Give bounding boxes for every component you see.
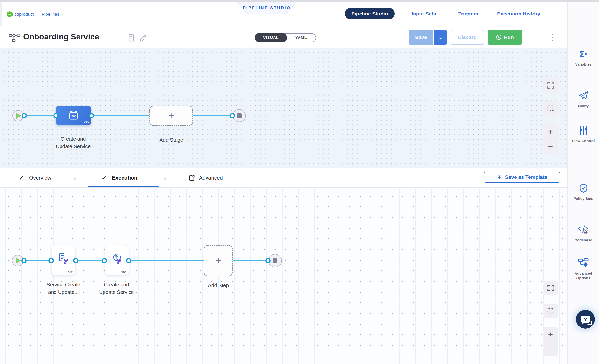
step2-in-port[interactable]	[102, 258, 107, 263]
run-button[interactable]: Run	[488, 30, 522, 45]
check-icon: ✓	[19, 174, 24, 181]
chevron-right-icon: ›	[61, 11, 63, 17]
end-node-in-port[interactable]	[230, 113, 235, 118]
step2-label-line1: Create and	[80, 281, 153, 288]
zoom-out-button[interactable]: −	[548, 142, 553, 151]
play-icon	[16, 258, 21, 264]
tab-advanced[interactable]: Advanced	[199, 175, 223, 181]
description-doc-icon[interactable]	[128, 34, 135, 42]
stage-label-line1: Create and	[37, 135, 109, 143]
tab-input-sets[interactable]: Input Sets	[412, 8, 436, 19]
tab-pipeline-studio[interactable]: Pipeline Studio	[345, 8, 395, 19]
stage-canvas[interactable]: </> </> + Create and Update Service Add …	[0, 48, 567, 168]
plus-icon: +	[215, 256, 221, 266]
zoom-out-button[interactable]: −	[548, 345, 553, 353]
toggle-yaml[interactable]: YAML	[286, 34, 316, 42]
step2-label: Create and Update Service	[80, 281, 153, 296]
pipeline-studio-banner-label: PIPELINE STUDIO	[238, 2, 296, 14]
end-node-in-port[interactable]	[265, 258, 271, 263]
sidebar-label: Advanced Options	[571, 271, 596, 280]
sidebar-item-advanced-options[interactable]: Advanced Options	[568, 258, 599, 280]
zoom-in-button[interactable]: +	[548, 128, 553, 136]
window-top-strip	[0, 0, 599, 2]
discard-button[interactable]: Discard	[450, 30, 484, 45]
stage-config-tabbar: ✓ Overview › ✓ Execution › Advanced Save…	[0, 168, 567, 188]
toggle-visual[interactable]: VISUAL	[255, 33, 287, 42]
sidebar-label: Policy Sets	[571, 196, 596, 201]
tab-execution-history[interactable]: Execution History	[497, 8, 540, 19]
edit-pencil-icon[interactable]	[139, 34, 147, 42]
fullscreen-button[interactable]	[543, 78, 558, 93]
add-stage-button[interactable]: +	[150, 106, 193, 126]
fullscreen-icon	[547, 82, 555, 89]
tab-overview[interactable]: Overview	[29, 175, 51, 181]
step-node-service-create-update[interactable]: </>	[51, 245, 76, 275]
chevron-right-icon: ›	[37, 11, 39, 17]
flow-control-sliders-icon	[568, 125, 599, 136]
multi-select-button[interactable]	[543, 101, 558, 116]
play-icon	[17, 113, 21, 119]
chevron-right-icon: ›	[74, 174, 76, 182]
right-toolbar: Σx Variables Notify	[567, 0, 599, 364]
breadcrumb-project[interactable]: cdproduct	[15, 11, 34, 17]
code-badge: </>	[68, 270, 73, 273]
add-step-label: Add Step	[182, 281, 255, 289]
step1-in-port[interactable]	[48, 258, 54, 263]
fullscreen-button[interactable]	[543, 281, 558, 295]
start-node-out-port[interactable]	[22, 113, 27, 118]
multi-select-button[interactable]	[543, 304, 558, 318]
infinity-glyph: ∞	[9, 12, 11, 16]
step-canvas[interactable]: </> </> + Service Creat	[0, 188, 567, 364]
tab-execution[interactable]: Execution	[112, 175, 137, 181]
sidebar-label: Variables	[571, 62, 596, 67]
step-node-create-update-service[interactable]: </>	[105, 245, 129, 275]
step1-out-port[interactable]	[73, 258, 79, 263]
save-button[interactable]: Save	[409, 30, 433, 45]
breadcrumb-pipelines[interactable]: Pipelines	[42, 11, 59, 17]
stop-icon	[273, 258, 277, 263]
save-as-template-label: Save as Template	[505, 174, 547, 180]
variables-sigma-icon: Σx	[568, 48, 599, 60]
run-play-icon	[496, 34, 502, 40]
help-chat-button[interactable]: ?	[576, 310, 595, 329]
zoom-controls: + −	[543, 327, 558, 356]
sidebar-item-flow-control[interactable]: Flow Control	[568, 125, 599, 143]
save-as-template-button[interactable]: Save as Template	[484, 172, 560, 183]
marquee-select-icon	[547, 307, 555, 315]
pipeline-studio-screen: ∞ cdproduct › Pipelines › PIPELINE STUDI…	[0, 0, 599, 364]
sidebar-item-policy-sets[interactable]: Policy Sets	[568, 183, 599, 201]
active-tab-underline	[88, 186, 159, 187]
page-title: Onboarding Service	[23, 32, 99, 41]
tab-triggers[interactable]: Triggers	[458, 8, 478, 19]
sidebar-item-variables[interactable]: Σx Variables	[568, 48, 599, 67]
save-dropdown-button[interactable]: ⌄	[434, 30, 447, 45]
more-options-kebab-icon[interactable]	[550, 32, 555, 43]
stage-in-port[interactable]	[53, 113, 59, 118]
start-node-out-port[interactable]	[21, 258, 27, 263]
breadcrumb-header: ∞ cdproduct › Pipelines › PIPELINE STUDI…	[0, 2, 567, 26]
notify-paper-plane-icon	[568, 90, 599, 101]
sidebar-label: Notify	[571, 104, 596, 108]
stage-connector-line	[18, 115, 239, 116]
policy-shield-check-icon	[568, 183, 599, 194]
code-badge: </>	[121, 270, 126, 273]
zoom-in-button[interactable]: +	[548, 330, 553, 338]
step2-out-port[interactable]	[126, 258, 131, 263]
add-step-button[interactable]: +	[204, 245, 233, 276]
sidebar-label: Flow Control	[571, 139, 596, 143]
stage-node-create-update-service[interactable]: </> </>	[56, 106, 91, 125]
advanced-gear-doc-icon	[188, 175, 196, 182]
stage-out-port[interactable]	[89, 113, 94, 118]
pipeline-studio-banner: PIPELINE STUDIO	[237, 2, 296, 14]
caret-down-icon: ⌄	[438, 34, 443, 41]
terraform-plan-step-icon	[57, 252, 70, 265]
marquee-select-icon	[547, 104, 555, 112]
zoom-controls: + −	[543, 124, 558, 154]
sidebar-item-codebase[interactable]: Codebase	[568, 224, 599, 242]
upload-icon	[497, 174, 503, 180]
sidebar-label: Codebase	[571, 238, 596, 242]
add-stage-label: Add Stage	[136, 136, 207, 144]
pipeline-flowchart-icon	[9, 33, 20, 42]
terraform-apply-step-icon	[110, 252, 123, 265]
sidebar-item-notify[interactable]: Notify	[568, 90, 599, 108]
